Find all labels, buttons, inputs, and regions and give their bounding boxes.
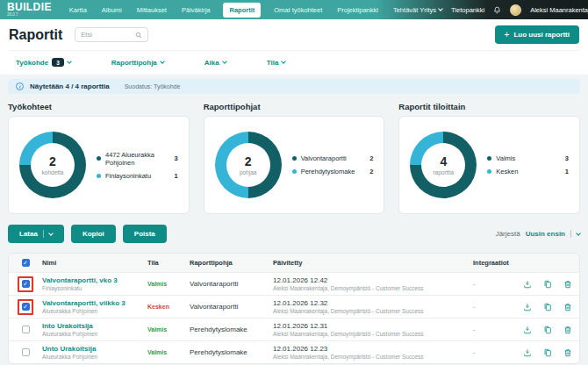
nav-item-projektipankki[interactable]: Projektipankki xyxy=(335,3,380,18)
user-avatar[interactable] xyxy=(510,4,521,16)
app-logo[interactable]: BUILDIE 26.0.7 xyxy=(7,2,52,18)
page-header: Raportit + Luo uusi raportti Työkohde 3 … xyxy=(0,19,588,75)
legend-label: Perehdytyslomake xyxy=(301,168,355,175)
row-checkbox[interactable]: ✓ xyxy=(22,303,30,311)
nav-item-raportit[interactable]: Raportit xyxy=(223,3,261,18)
report-name-link[interactable]: Valvontaraportti, vko 3 xyxy=(42,276,147,284)
download-icon[interactable] xyxy=(523,303,532,311)
report-name-link[interactable]: Unto Urakoitsija xyxy=(42,345,147,353)
status-badge: Valmis xyxy=(147,326,190,333)
column-header-name[interactable]: Nimi xyxy=(42,259,147,267)
sort-value[interactable]: Uusin ensin xyxy=(526,230,565,238)
download-icon[interactable] xyxy=(523,280,532,289)
row-checkbox[interactable] xyxy=(22,348,30,356)
nav-item-päiväkirja[interactable]: Päiväkirja xyxy=(180,3,212,18)
report-name-link[interactable]: Into Urakoitsija xyxy=(42,322,147,330)
donut-center-label: raporttia xyxy=(433,169,454,175)
trash-icon[interactable] xyxy=(563,280,572,289)
sort-control: Järjestä Uusin ensin xyxy=(496,230,580,238)
updated-by: Aleksi Maanrakentaja, Demoympäristö - Cu… xyxy=(273,354,473,360)
legend-item: Valmis 3 xyxy=(487,154,569,162)
copy-selected-button[interactable]: Kopioi xyxy=(71,225,116,243)
copy-icon[interactable] xyxy=(543,326,552,334)
filter-tila[interactable]: Tila xyxy=(267,58,286,67)
column-header-integrations[interactable]: Integraatiot xyxy=(473,259,523,267)
report-name-link[interactable]: Valvontaraportti, viikko 3 xyxy=(42,299,147,307)
legend-value: 2 xyxy=(369,154,373,162)
search-input[interactable] xyxy=(81,31,135,39)
legend-dot-icon xyxy=(487,169,491,174)
main-content: i Näytetään 4 / 4 raporttia Suodatus: Ty… xyxy=(0,75,588,364)
integrations-value: - xyxy=(473,280,523,288)
notifications-bell-icon[interactable] xyxy=(493,6,501,14)
row-actions xyxy=(523,303,580,311)
results-banner: i Näytetään 4 / 4 raporttia Suodatus: Ty… xyxy=(8,79,580,94)
table-toolbar: Lataa Kopioi Poista Järjestä Uusin ensin xyxy=(8,225,580,243)
nav-item-tehtävät[interactable]: Tehtävät xyxy=(391,3,419,18)
legend-dot-icon xyxy=(487,156,491,161)
donut-center-value: 2 xyxy=(245,154,252,168)
user-menu[interactable]: Aleksi Maanrakentaja xyxy=(530,6,588,14)
updated-by: Aleksi Maanrakentaja, Demoympäristö - Cu… xyxy=(273,308,473,314)
status-badge: Valmis xyxy=(147,349,190,355)
trash-icon[interactable] xyxy=(563,303,572,311)
select-all-checkbox[interactable]: ✓ xyxy=(22,259,30,267)
legend-label: Valmis xyxy=(496,154,515,162)
updated-timestamp: 12.01.2026 12.42 xyxy=(273,276,473,284)
filter-aika[interactable]: Aika xyxy=(204,58,226,67)
filter-label: Raporttipohja xyxy=(111,59,157,67)
column-header-template[interactable]: Raporttipohja xyxy=(190,259,273,267)
report-worksite: Alueurakka Pohjoinen xyxy=(42,331,147,337)
legend-label: Valvontaraportti xyxy=(301,154,347,162)
legend-dot-icon xyxy=(292,169,297,174)
sort-direction-toggle[interactable] xyxy=(577,232,580,237)
filter-raporttipohja[interactable]: Raporttipohja xyxy=(111,58,164,67)
trash-icon[interactable] xyxy=(563,326,572,334)
column-header-status[interactable]: Tila xyxy=(147,259,190,267)
sort-label: Järjestä xyxy=(496,230,520,238)
donut-chart: 2 kohdetta xyxy=(19,132,86,198)
legend-item: Perehdytyslomake 2 xyxy=(292,168,374,175)
column-header-updated[interactable]: Päivitetty xyxy=(273,259,473,267)
trash-icon[interactable] xyxy=(563,348,572,357)
row-checkbox[interactable] xyxy=(22,326,30,333)
updated-timestamp: 12.01.2026 12.31 xyxy=(273,322,473,330)
copy-icon[interactable] xyxy=(543,303,552,311)
donut-chart: 4 raporttia xyxy=(410,132,477,198)
app-version: 26.0.7 xyxy=(7,13,52,18)
delete-selected-button[interactable]: Poista xyxy=(123,225,167,243)
report-template: Perehdytyslomake xyxy=(190,348,273,356)
app-logo-text: BUILDIE xyxy=(7,2,52,12)
reports-table: ✓ Nimi Tila Raporttipohja Päivitetty Int… xyxy=(8,253,580,364)
nav-item-albumi[interactable]: Albumi xyxy=(100,3,124,18)
card-heading: Raportit tiloittain xyxy=(398,102,580,111)
download-icon[interactable] xyxy=(523,348,532,357)
nav-item-omat-työkohteet[interactable]: Omat työkohteet xyxy=(272,3,324,18)
delete-label: Poista xyxy=(134,230,155,238)
copy-label: Kopioi xyxy=(82,230,104,238)
updated-by: Aleksi Maanrakentaja, Demoympäristö - Cu… xyxy=(273,331,473,337)
company-menu-label: Yritys xyxy=(419,6,436,14)
knowledge-base-link[interactable]: Tietopankki xyxy=(451,6,484,14)
nav-item-kartta[interactable]: Kartta xyxy=(68,3,89,18)
row-checkbox[interactable]: ✓ xyxy=(22,280,30,288)
summary-card: 2 kohdetta 4472 Alueurakka Pohjoinen 3 F… xyxy=(8,116,190,214)
chevron-down-icon xyxy=(48,231,54,236)
nav-item-mittaukset[interactable]: Mittaukset xyxy=(135,3,169,18)
filter-työkohde[interactable]: Työkohde 3 xyxy=(16,58,71,67)
legend-item: 4472 Alueurakka Pohjoinen 3 xyxy=(97,151,178,167)
copy-icon[interactable] xyxy=(543,348,552,357)
download-label: Lataa xyxy=(19,230,38,238)
download-selected-button[interactable]: Lataa xyxy=(8,225,64,243)
legend-dot-icon xyxy=(97,156,101,161)
donut-chart: 2 pohjaa xyxy=(215,132,282,198)
copy-icon[interactable] xyxy=(543,280,552,289)
legend-value: 3 xyxy=(565,154,569,162)
company-menu[interactable]: Yritys xyxy=(419,6,442,14)
table-row: Into Urakoitsija Alueurakka Pohjoinen Va… xyxy=(9,318,579,340)
download-icon[interactable] xyxy=(523,326,532,334)
create-report-button[interactable]: + Luo uusi raportti xyxy=(495,25,579,44)
summary-card: 2 pohjaa Valvontaraportti 2 Perehdytyslo… xyxy=(204,116,385,214)
legend-label: 4472 Alueurakka Pohjoinen xyxy=(105,151,169,167)
banner-message: Näytetään 4 / 4 raporttia xyxy=(30,82,110,90)
